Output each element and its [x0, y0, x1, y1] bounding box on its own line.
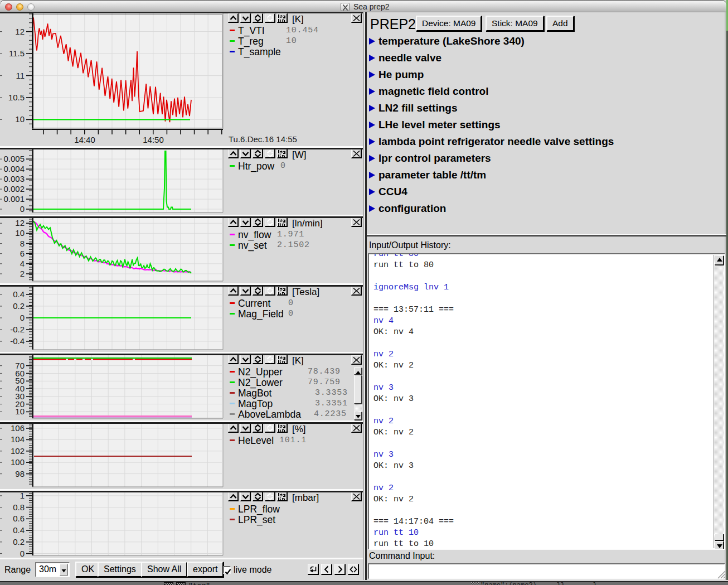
svg-text:0.4: 0.4: [13, 289, 25, 299]
svg-text:12: 12: [15, 27, 25, 36]
svg-text:12: 12: [15, 218, 25, 228]
svg-text:0.4: 0.4: [13, 525, 25, 535]
svg-text:0.2: 0.2: [13, 537, 25, 547]
svg-text:6: 6: [20, 249, 25, 258]
svg-text:14:40: 14:40: [74, 135, 95, 144]
svg-text:0.002: 0.002: [3, 184, 25, 194]
svg-text:10: 10: [15, 114, 25, 124]
svg-text:10: 10: [15, 407, 25, 416]
svg-text:0.6: 0.6: [13, 514, 25, 523]
svg-text:0.001: 0.001: [3, 194, 25, 204]
svg-text:100: 100: [11, 457, 25, 467]
svg-text:98: 98: [15, 469, 25, 478]
svg-text:0.2: 0.2: [13, 301, 25, 311]
svg-text:0: 0: [20, 549, 25, 558]
svg-text:0: 0: [20, 313, 25, 322]
svg-text:102: 102: [11, 446, 25, 456]
svg-text:8: 8: [20, 239, 25, 248]
svg-text:0.004: 0.004: [3, 164, 25, 173]
svg-text:4: 4: [20, 259, 25, 268]
svg-text:104: 104: [11, 434, 25, 444]
svg-text:0.003: 0.003: [3, 174, 25, 183]
svg-text:14:50: 14:50: [143, 135, 164, 144]
svg-text:-0.2: -0.2: [10, 325, 25, 334]
svg-text:2: 2: [20, 269, 25, 278]
svg-text:0.005: 0.005: [3, 154, 25, 163]
svg-text:-0.4: -0.4: [10, 336, 25, 346]
svg-text:0.8: 0.8: [13, 502, 25, 512]
svg-text:106: 106: [11, 423, 25, 433]
svg-text:10: 10: [15, 228, 25, 238]
svg-text:11: 11: [16, 71, 25, 80]
svg-text:10.5: 10.5: [8, 93, 25, 102]
svg-text:11.5: 11.5: [9, 49, 25, 58]
svg-text:0: 0: [20, 204, 25, 214]
